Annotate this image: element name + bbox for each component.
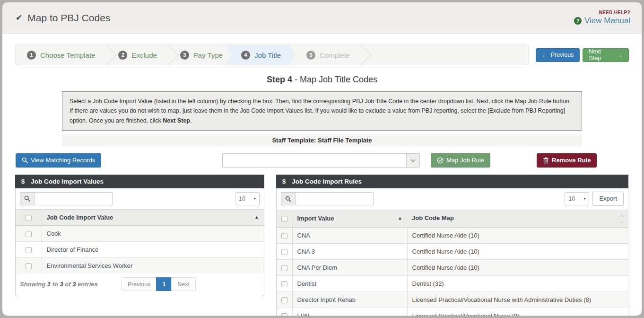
search-icon	[281, 192, 295, 205]
job-code-import-values-table: Job Code Import Value ▲ Cook	[16, 209, 264, 274]
left-search-group	[20, 192, 113, 205]
left-page-size-select[interactable]: 10 ▾	[235, 192, 260, 205]
step-number-badge: 4	[241, 51, 250, 60]
table-row: CNA Per Diem Certified Nurse Aide (10)	[277, 259, 628, 275]
row-checkbox[interactable]	[281, 249, 287, 255]
page-title: ✔ Map to PBJ Codes	[16, 12, 110, 24]
map-job-rule-button[interactable]: Map Job Rule	[431, 153, 490, 168]
import-value-cell: CNA	[292, 227, 407, 243]
pagination-next-button[interactable]: Next	[171, 277, 196, 291]
checkbox-cell	[277, 259, 292, 275]
job-code-import-values-panel: $ Job Code Import Values 10 ▾	[15, 175, 264, 296]
remove-rule-button[interactable]: Remove Rule	[537, 153, 597, 168]
map-job-rule-label: Map Job Rule	[446, 157, 484, 164]
instructions-emphasis: Next Step	[163, 117, 190, 124]
panels-row: $ Job Code Import Values 10 ▾	[15, 175, 629, 316]
row-checkbox[interactable]	[281, 297, 287, 303]
column-header-job-code-map[interactable]: Job Code Map	[407, 210, 628, 227]
view-matching-records-button[interactable]: View Matching Records	[16, 153, 101, 168]
table-row: Cook	[16, 225, 264, 241]
job-code-dropdown-value	[223, 154, 406, 167]
select-all-checkbox[interactable]	[26, 215, 32, 221]
row-checkbox[interactable]	[26, 231, 32, 237]
table-row: Director of Finance	[16, 241, 264, 257]
right-panel-body: 10 ▾ Export Import Value	[276, 188, 628, 316]
export-button[interactable]: Export	[592, 192, 624, 206]
chevron-down-icon	[406, 154, 419, 167]
dollar-icon: $	[282, 178, 286, 185]
caret-down-icon: ▾	[583, 196, 585, 201]
table-row: CNA Certified Nurse Aide (10)	[277, 227, 628, 243]
row-checkbox[interactable]	[281, 313, 287, 316]
search-icon	[20, 192, 34, 205]
job-code-map-cell: Dentist (32)	[407, 275, 628, 292]
left-panel-title: Job Code Import Values	[31, 178, 104, 185]
import-value-cell: Dentist	[292, 275, 407, 292]
check-circle-icon	[437, 157, 444, 164]
pagination-page-1-button[interactable]: 1	[156, 277, 172, 291]
next-step-button[interactable]: Next Step →	[583, 48, 629, 62]
checkbox-cell	[16, 225, 42, 241]
step-heading: Step 4 - Map Job Title Codes	[15, 75, 629, 85]
wizard-buttons: ← Previous Next Step →	[536, 48, 629, 62]
job-code-map-cell: Certified Nurse Aide (10)	[407, 227, 628, 243]
column-header-import-value[interactable]: Import Value ▲	[292, 210, 407, 227]
step-number-badge: 5	[306, 51, 315, 60]
step-label: Exclude	[131, 51, 157, 59]
column-header-label: Job Code Map	[412, 214, 454, 221]
step-heading-strong: Step 4	[267, 75, 292, 84]
wizard-row: 1 Choose Template 2 Exclude 3 Pay Type 4…	[15, 44, 629, 65]
left-panel-header: $ Job Code Import Values	[15, 175, 264, 188]
search-icon	[22, 157, 28, 163]
right-page-size-select[interactable]: 10 ▾	[565, 192, 589, 205]
pagination-previous-button[interactable]: Previous	[122, 277, 157, 291]
row-checkbox[interactable]	[281, 281, 287, 287]
checkbox-cell	[16, 257, 42, 274]
question-circle-icon: ?	[574, 17, 582, 25]
step-heading-rest: - Map Job Title Codes	[292, 75, 377, 84]
previous-button[interactable]: ← Previous	[536, 48, 580, 62]
step-number-badge: 1	[27, 51, 36, 60]
step-label: Job Title	[254, 51, 281, 59]
next-step-button-label: Next Step	[589, 48, 614, 62]
row-checkbox[interactable]	[26, 247, 32, 253]
dollar-icon: $	[21, 178, 25, 185]
arrow-right-icon: →	[617, 52, 623, 59]
instructions-text: Select a Job Code Import Value (listed i…	[70, 98, 571, 124]
row-checkbox[interactable]	[26, 263, 32, 269]
app-window: ✔ Map to PBJ Codes NEED HELP? ? View Man…	[2, 2, 642, 316]
table-row: LPN Licensed Practical/Vocational Nurse …	[277, 308, 628, 316]
table-row: Environmental Services Worker	[16, 257, 264, 274]
import-value-cell: LPN	[292, 308, 407, 316]
sort-ascending-icon: ▲	[398, 215, 402, 221]
job-code-map-cell: Licensed Practical/Vocational Nurse (9)	[407, 308, 628, 316]
wizard-step-job-title[interactable]: 4 Job Title	[225, 45, 295, 65]
step-label: Complete	[320, 51, 350, 59]
select-all-checkbox[interactable]	[281, 216, 287, 222]
view-manual-link[interactable]: ? View Manual	[574, 16, 630, 26]
left-search-input[interactable]	[34, 192, 113, 205]
column-header-label: Job Code Import Value	[47, 214, 113, 221]
instructions-box: Select a Job Code Import Value (listed i…	[62, 91, 582, 131]
wizard-step-choose-template[interactable]: 1 Choose Template	[16, 45, 106, 65]
right-toolbar-buttons: 10 ▾ Export	[565, 192, 624, 206]
import-value-cell: CNA 3	[292, 243, 407, 259]
pagination: Previous 1 Next	[122, 277, 196, 291]
right-search-group	[281, 192, 374, 205]
column-header-job-code-import-value[interactable]: Job Code Import Value ▲	[42, 209, 264, 225]
checkbox-cell	[277, 308, 292, 316]
right-page-size-value: 10	[568, 195, 575, 202]
right-search-input[interactable]	[295, 192, 374, 205]
row-checkbox[interactable]	[281, 265, 287, 271]
left-page-size-value: 10	[239, 195, 245, 202]
main-content: 1 Choose Template 2 Exclude 3 Pay Type 4…	[2, 34, 642, 316]
need-help-label: NEED HELP?	[574, 10, 630, 15]
checkbox-cell	[277, 243, 292, 259]
sort-ascending-icon: ▲	[254, 214, 259, 220]
caret-down-icon: ▾	[254, 196, 256, 201]
row-checkbox[interactable]	[281, 233, 287, 239]
import-value-cell: Cook	[42, 225, 264, 241]
checkbox-cell	[277, 292, 292, 308]
left-toolbar: 10 ▾	[16, 188, 264, 209]
job-code-dropdown[interactable]	[222, 153, 420, 168]
